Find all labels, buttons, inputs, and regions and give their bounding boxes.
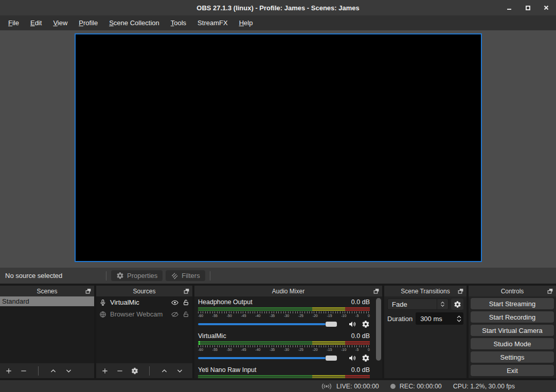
- audio-mixer-body: Headphone Output 0.0 dB -60-55-50-45-40-…: [194, 296, 382, 378]
- exit-button[interactable]: Exit: [471, 365, 554, 376]
- transition-select[interactable]: Fade: [387, 298, 449, 310]
- menu-streamfx[interactable]: StreamFX: [192, 19, 234, 27]
- volume-slider-track: [198, 323, 326, 325]
- duration-spinner[interactable]: [454, 315, 463, 323]
- transition-selected-value: Fade: [388, 301, 437, 308]
- move-source-up-button[interactable]: [160, 367, 168, 375]
- status-bar: LIVE: 00:00:00 REC: 00:00:00 CPU: 1.2%, …: [0, 380, 556, 392]
- controls-panel: Controls Start Streaming Start Recording…: [469, 286, 556, 378]
- speaker-icon: [348, 320, 357, 328]
- channel-level-db: 0.0 dB: [351, 366, 370, 374]
- tick-label: -10: [341, 348, 346, 351]
- popout-icon[interactable]: [547, 288, 553, 294]
- popout-icon[interactable]: [373, 288, 380, 294]
- filters-icon: [171, 272, 178, 279]
- scenes-header[interactable]: Scenes: [0, 286, 94, 296]
- scene-transitions-body: Fade Duration 300 ms: [384, 296, 467, 378]
- maximize-button[interactable]: [522, 2, 533, 13]
- popout-icon[interactable]: [457, 288, 464, 294]
- audio-mixer-header[interactable]: Audio Mixer: [194, 286, 382, 296]
- controls-header[interactable]: Controls: [469, 286, 556, 296]
- gear-icon: [362, 354, 370, 362]
- sources-list: VirtualMic Browser Webcam: [96, 296, 192, 363]
- add-source-button[interactable]: [101, 367, 109, 375]
- filters-button[interactable]: Filters: [166, 270, 205, 281]
- remove-scene-button[interactable]: [20, 367, 27, 375]
- channel-settings-button[interactable]: [362, 320, 370, 328]
- volume-slider-handle[interactable]: [326, 356, 337, 361]
- source-item-browser-webcam[interactable]: Browser Webcam: [96, 308, 192, 320]
- source-properties-button[interactable]: [131, 367, 138, 375]
- channel-name: Yeti Nano Raw Input: [198, 366, 257, 374]
- remove-source-button[interactable]: [116, 367, 123, 375]
- tick-label: -25: [298, 348, 303, 351]
- meter-scale: -60-55-50-45-40-35-30-25-20-15-10-50: [198, 314, 370, 318]
- speaker-icon: [348, 354, 357, 362]
- meter-ticks: [198, 345, 370, 347]
- properties-button[interactable]: Properties: [111, 270, 163, 281]
- tick-label: -5: [355, 348, 358, 351]
- volume-slider-handle[interactable]: [326, 322, 337, 327]
- visibility-toggle[interactable]: [171, 311, 179, 318]
- mute-toggle[interactable]: [348, 354, 357, 362]
- meter-bar-left: [198, 341, 370, 343]
- lock-toggle[interactable]: [183, 299, 189, 306]
- live-status: LIVE: 00:00:00: [321, 383, 379, 390]
- menu-scene-collection[interactable]: Scene Collection: [103, 19, 165, 27]
- sources-header[interactable]: Sources: [96, 286, 192, 296]
- menu-edit[interactable]: Edit: [25, 19, 47, 27]
- scene-transitions-header[interactable]: Scene Transitions: [384, 286, 467, 296]
- menu-help[interactable]: Help: [234, 19, 259, 27]
- menu-tools[interactable]: Tools: [165, 19, 192, 27]
- studio-mode-button[interactable]: Studio Mode: [471, 338, 554, 349]
- channel-level-db: 0.0 dB: [351, 298, 370, 306]
- start-virtual-camera-button[interactable]: Start Virtual Camera: [471, 325, 554, 336]
- volume-slider[interactable]: [198, 321, 343, 327]
- source-name: VirtualMic: [110, 298, 167, 306]
- popout-icon[interactable]: [183, 288, 190, 294]
- cpu-fps-status: CPU: 1.2%, 30.00 fps: [453, 383, 515, 390]
- scene-preview[interactable]: [75, 33, 482, 262]
- volume-meter: -60-55-50-45-40-35-30-25-20-15-10-50: [198, 375, 370, 378]
- mixer-scrollbar[interactable]: [376, 298, 381, 361]
- mute-toggle[interactable]: [348, 320, 357, 328]
- lock-toggle[interactable]: [183, 311, 189, 318]
- settings-button[interactable]: Settings: [471, 351, 554, 363]
- menu-profile[interactable]: Profile: [73, 19, 103, 27]
- scene-transitions-title: Scene Transitions: [401, 288, 450, 295]
- move-scene-down-button[interactable]: [65, 367, 73, 375]
- duration-spinbox[interactable]: 300 ms: [416, 312, 463, 325]
- add-scene-button[interactable]: [5, 367, 12, 375]
- minimize-button[interactable]: [504, 2, 515, 13]
- chevron-up-icon: [456, 315, 462, 319]
- tick-label: 0: [368, 348, 370, 351]
- eye-slash-icon: [171, 311, 179, 318]
- titlebar[interactable]: OBS 27.1.3 (linux) - Profile: James - Sc…: [0, 0, 556, 15]
- visibility-toggle[interactable]: [171, 299, 179, 306]
- move-source-down-button[interactable]: [176, 367, 184, 375]
- unlock-icon: [183, 299, 189, 306]
- transition-properties-button[interactable]: [451, 298, 463, 310]
- dock-area: Scenes Standard Sources: [0, 284, 556, 380]
- volume-slider[interactable]: [198, 354, 343, 361]
- tick-label: -45: [241, 348, 246, 351]
- close-button[interactable]: [541, 2, 552, 13]
- source-item-virtualmic[interactable]: VirtualMic: [96, 296, 192, 308]
- meter-bar-right: [198, 377, 370, 378]
- window-title: OBS 27.1.3 (linux) - Profile: James - Sc…: [196, 4, 359, 12]
- channel-settings-button[interactable]: [362, 354, 370, 362]
- gear-icon: [362, 320, 370, 328]
- scene-item-standard[interactable]: Standard: [0, 296, 94, 306]
- popout-icon[interactable]: [85, 288, 92, 294]
- menu-view[interactable]: View: [47, 19, 73, 27]
- menu-file[interactable]: File: [3, 19, 25, 27]
- start-recording-button[interactable]: Start Recording: [471, 311, 554, 323]
- sources-title: Sources: [133, 288, 155, 295]
- move-scene-up-button[interactable]: [49, 367, 57, 375]
- channel-level-db: 0.0 dB: [351, 332, 370, 340]
- tick-label: -55: [212, 314, 218, 318]
- tick-label: -40: [255, 314, 260, 318]
- start-streaming-button[interactable]: Start Streaming: [471, 298, 554, 309]
- tick-label: -50: [227, 348, 232, 351]
- audio-mixer-title: Audio Mixer: [272, 288, 304, 295]
